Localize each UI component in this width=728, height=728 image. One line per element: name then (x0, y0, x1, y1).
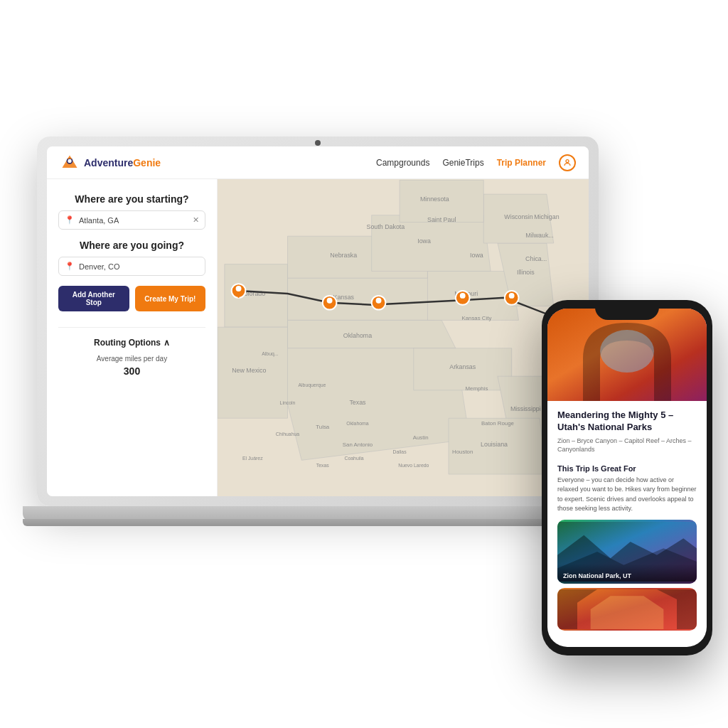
routing-title: Routing Options ∧ (58, 338, 205, 348)
phone-great-for-header: This Trip Is Great For (547, 460, 707, 476)
svg-text:Saint Paul: Saint Paul (427, 216, 456, 223)
svg-text:Arkansas: Arkansas (449, 363, 476, 370)
svg-text:Kansas City: Kansas City (461, 315, 491, 321)
phone-image-label-1: Zion National Park, UT (557, 564, 697, 584)
logo-text: AdventureGenie (84, 157, 161, 168)
phone-trip-title: Meandering the Mighty 5 – Utah's Nationa… (557, 410, 697, 434)
svg-text:Nuevo Laredo: Nuevo Laredo (398, 463, 429, 468)
svg-point-53 (600, 330, 654, 373)
svg-point-47 (376, 298, 382, 304)
laptop-foot (23, 519, 613, 526)
svg-text:Texas: Texas (349, 399, 366, 406)
phone-notch (595, 300, 659, 320)
svg-text:Memphis: Memphis (465, 385, 488, 392)
canyon-svg (557, 588, 697, 631)
main-content: Where are you starting? 📍 ✕ Where are yo… (47, 179, 589, 496)
going-label: Where are you going? (58, 240, 205, 251)
phone-title-section: Meandering the Mighty 5 – Utah's Nationa… (547, 401, 707, 460)
svg-text:Louisiana: Louisiana (481, 441, 508, 448)
create-trip-button[interactable]: Create My Trip! (135, 286, 206, 311)
svg-text:Michigan: Michigan (534, 213, 560, 220)
phone-image-bg-2 (557, 588, 697, 631)
svg-point-51 (509, 293, 515, 299)
routing-miles-label: Average miles per day (58, 355, 205, 363)
nav-links: Campgrounds GenieTrips Trip Planner (376, 154, 576, 171)
svg-text:Albuq...: Albuq... (262, 351, 278, 357)
svg-text:El Juárez: El Juárez (242, 456, 263, 461)
routing-section: Routing Options ∧ Average miles per day … (58, 327, 205, 377)
svg-text:Milwauk...: Milwauk... (525, 232, 553, 239)
svg-text:Mississippi: Mississippi (510, 405, 541, 412)
phone-great-for-body: Everyone – you can decide how active or … (547, 476, 707, 514)
svg-text:Oklahoma: Oklahoma (343, 332, 372, 339)
arch-svg (547, 309, 707, 401)
svg-text:Tulsa: Tulsa (316, 424, 330, 430)
phone-content: Meandering the Mighty 5 – Utah's Nationa… (547, 401, 707, 647)
routing-miles-value: 300 (58, 365, 205, 377)
svg-point-45 (327, 298, 333, 304)
svg-text:San Antonio: San Antonio (343, 441, 373, 448)
svg-text:Wisconsin: Wisconsin (504, 213, 532, 220)
scene: AdventureGenie Campgrounds GenieTrips Tr… (37, 136, 691, 634)
svg-text:South Dakota: South Dakota (367, 223, 405, 230)
logo-icon (60, 153, 80, 173)
svg-text:Illinois: Illinois (517, 269, 535, 276)
phone-hero-image (547, 309, 707, 401)
svg-text:Chica...: Chica... (525, 255, 547, 262)
svg-text:Minnesota: Minnesota (420, 196, 449, 203)
action-buttons: Add Another Stop Create My Trip! (58, 286, 205, 311)
nav-trip-planner[interactable]: Trip Planner (497, 158, 546, 168)
svg-text:Texas: Texas (316, 463, 330, 468)
left-panel: Where are you starting? 📍 ✕ Where are yo… (47, 179, 218, 496)
svg-text:Dallas: Dallas (393, 449, 407, 454)
svg-point-43 (236, 286, 242, 291)
laptop-screen: AdventureGenie Campgrounds GenieTrips Tr… (47, 146, 589, 496)
phone-image-card-2 (557, 588, 697, 631)
svg-text:New Mexico: New Mexico (232, 367, 266, 374)
phone: Meandering the Mighty 5 – Utah's Nationa… (542, 300, 712, 655)
svg-point-3 (566, 159, 569, 162)
svg-point-2 (68, 159, 71, 162)
svg-text:Chihuahua: Chihuahua (276, 432, 299, 437)
map-svg: Nebraska Kansas Oklahoma Texas Missouri … (218, 179, 589, 496)
pin-icon-end: 📍 (65, 262, 75, 271)
laptop-body: AdventureGenie Campgrounds GenieTrips Tr… (37, 136, 599, 506)
pin-icon-start: 📍 (65, 215, 75, 225)
going-section: Where are you going? 📍 (58, 240, 205, 276)
map-area: Nebraska Kansas Oklahoma Texas Missouri … (218, 179, 589, 496)
svg-text:Coahuila: Coahuila (344, 456, 363, 461)
going-input-field[interactable]: 📍 (58, 257, 205, 276)
clear-start-icon[interactable]: ✕ (193, 215, 199, 225)
nav-genie-trips[interactable]: GenieTrips (442, 158, 483, 168)
svg-text:Oklahoma: Oklahoma (346, 421, 369, 426)
svg-text:Houston: Houston (452, 449, 473, 455)
svg-text:Nebraska: Nebraska (330, 252, 357, 259)
phone-trip-subtitle: Zion – Bryce Canyon – Capitol Reef – Arc… (557, 437, 697, 454)
laptop-camera (315, 140, 321, 146)
add-stop-button[interactable]: Add Another Stop (58, 286, 129, 311)
svg-text:Iowa: Iowa (417, 237, 431, 245)
svg-text:Austin: Austin (413, 434, 429, 441)
svg-text:Iowa: Iowa (470, 252, 483, 259)
phone-image-card-1: Zion National Park, UT (557, 520, 697, 584)
starting-section: Where are you starting? 📍 ✕ (58, 193, 205, 230)
svg-point-49 (460, 293, 466, 299)
nav-campgrounds[interactable]: Campgrounds (376, 158, 429, 168)
going-input[interactable] (79, 262, 199, 271)
phone-screen: Meandering the Mighty 5 – Utah's Nationa… (547, 309, 707, 647)
svg-text:Albuquerque: Albuquerque (298, 382, 326, 388)
svg-text:Baton Rouge: Baton Rouge (481, 420, 515, 427)
svg-text:Lincoln: Lincoln (280, 400, 296, 405)
starting-label: Where are you starting? (58, 193, 205, 205)
starting-input-field[interactable]: 📍 ✕ (58, 210, 205, 230)
nav-bar: AdventureGenie Campgrounds GenieTrips Tr… (47, 146, 589, 179)
routing-chevron-icon: ∧ (164, 338, 170, 348)
logo: AdventureGenie (60, 153, 161, 173)
laptop: AdventureGenie Campgrounds GenieTrips Tr… (37, 136, 599, 599)
user-icon[interactable] (559, 154, 576, 171)
phone-hero-bg (547, 309, 707, 401)
starting-input[interactable] (79, 216, 188, 225)
